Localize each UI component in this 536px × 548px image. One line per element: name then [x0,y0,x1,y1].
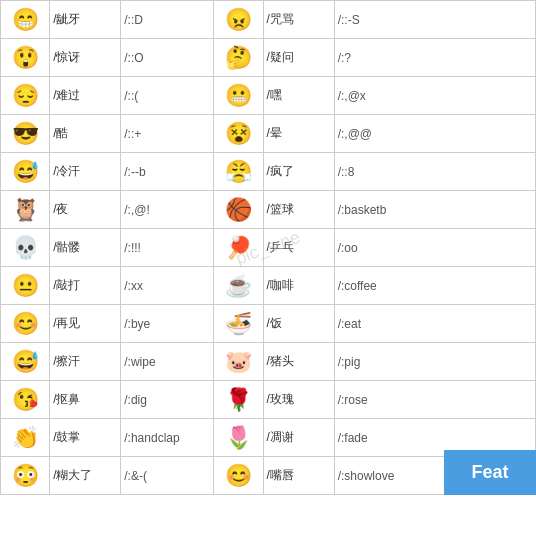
left-name-9: /擦汗 [50,343,121,381]
left-name-0: /龇牙 [50,1,121,39]
table-row: 😁/龇牙/::D😠/咒骂/::-S [1,1,536,39]
right-emoji-2: 😬 [214,77,263,115]
left-code-10: /:dig [121,381,214,419]
right-emoji-8: 🍜 [214,305,263,343]
left-emoji-9: 😅 [1,343,50,381]
left-emoji-8: 😊 [1,305,50,343]
left-emoji-1: 😲 [1,39,50,77]
table-row: 😊/再见/:bye🍜/饭/:eat [1,305,536,343]
right-name-5: /篮球 [263,191,334,229]
left-code-2: /::( [121,77,214,115]
left-name-10: /抠鼻 [50,381,121,419]
right-name-4: /疯了 [263,153,334,191]
left-emoji-7: 😐 [1,267,50,305]
left-code-1: /::O [121,39,214,77]
main-container: pic_s.ne 😁/龇牙/::D😠/咒骂/::-S😲/惊讶/::O🤔/疑问/:… [0,0,536,495]
left-name-4: /冷汗 [50,153,121,191]
right-code-9: /:pig [334,343,535,381]
right-name-9: /猪头 [263,343,334,381]
right-name-6: /乒乓 [263,229,334,267]
table-row: 😎/酷/::+😵/晕/:,@@ [1,115,536,153]
left-emoji-0: 😁 [1,1,50,39]
right-code-2: /:,@x [334,77,535,115]
left-name-6: /骷髅 [50,229,121,267]
right-emoji-5: 🏀 [214,191,263,229]
left-code-8: /:bye [121,305,214,343]
right-code-7: /:coffee [334,267,535,305]
right-code-4: /::8 [334,153,535,191]
left-name-8: /再见 [50,305,121,343]
right-code-3: /:,@@ [334,115,535,153]
right-name-2: /嘿 [263,77,334,115]
left-emoji-12: 😳 [1,457,50,495]
table-row: 😅/冷汗/:--b😤/疯了/::8 [1,153,536,191]
left-code-3: /::+ [121,115,214,153]
table-row: 😅/擦汗/:wipe🐷/猪头/:pig [1,343,536,381]
right-code-1: /:? [334,39,535,77]
table-row: 😘/抠鼻/:dig🌹/玫瑰/:rose [1,381,536,419]
feat-label: Feat [444,450,536,495]
right-emoji-11: 🌷 [214,419,263,457]
left-emoji-2: 😔 [1,77,50,115]
right-emoji-10: 🌹 [214,381,263,419]
right-name-1: /疑问 [263,39,334,77]
left-code-11: /:handclap [121,419,214,457]
table-row: 😲/惊讶/::O🤔/疑问/:? [1,39,536,77]
left-emoji-3: 😎 [1,115,50,153]
table-row: 😔/难过/::(😬/嘿/:,@x [1,77,536,115]
left-emoji-10: 😘 [1,381,50,419]
right-name-11: /凋谢 [263,419,334,457]
right-emoji-1: 🤔 [214,39,263,77]
right-emoji-4: 😤 [214,153,263,191]
left-emoji-5: 🦉 [1,191,50,229]
left-code-12: /:&-( [121,457,214,495]
left-name-12: /糊大了 [50,457,121,495]
left-name-5: /夜 [50,191,121,229]
right-emoji-9: 🐷 [214,343,263,381]
right-name-7: /咖啡 [263,267,334,305]
table-row: 💀/骷髅/:!!!🏓/乒乓/:oo [1,229,536,267]
right-code-8: /:eat [334,305,535,343]
right-name-10: /玫瑰 [263,381,334,419]
left-emoji-11: 👏 [1,419,50,457]
left-emoji-4: 😅 [1,153,50,191]
right-name-3: /晕 [263,115,334,153]
right-code-5: /:basketb [334,191,535,229]
right-emoji-7: ☕ [214,267,263,305]
left-name-7: /敲打 [50,267,121,305]
left-code-0: /::D [121,1,214,39]
left-name-2: /难过 [50,77,121,115]
left-name-11: /鼓掌 [50,419,121,457]
table-row: 😐/敲打/:xx☕/咖啡/:coffee [1,267,536,305]
right-emoji-6: 🏓 [214,229,263,267]
right-code-10: /:rose [334,381,535,419]
right-emoji-0: 😠 [214,1,263,39]
right-name-0: /咒骂 [263,1,334,39]
right-emoji-12: 😊 [214,457,263,495]
emoji-table: 😁/龇牙/::D😠/咒骂/::-S😲/惊讶/::O🤔/疑问/:?😔/难过/::(… [0,0,536,495]
right-name-8: /饭 [263,305,334,343]
left-code-5: /:,@! [121,191,214,229]
right-emoji-3: 😵 [214,115,263,153]
left-name-1: /惊讶 [50,39,121,77]
table-row: 🦉/夜/:,@!🏀/篮球/:basketb [1,191,536,229]
left-code-4: /:--b [121,153,214,191]
right-code-0: /::-S [334,1,535,39]
left-code-7: /:xx [121,267,214,305]
left-emoji-6: 💀 [1,229,50,267]
right-code-6: /:oo [334,229,535,267]
right-name-12: /嘴唇 [263,457,334,495]
left-name-3: /酷 [50,115,121,153]
left-code-6: /:!!! [121,229,214,267]
left-code-9: /:wipe [121,343,214,381]
